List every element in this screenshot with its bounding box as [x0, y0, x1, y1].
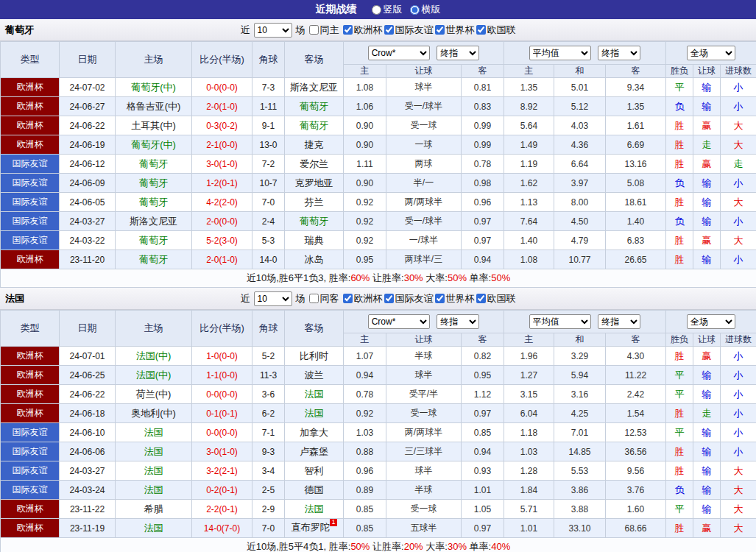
away-team[interactable]: 芬兰	[285, 193, 344, 212]
home-team[interactable]: 葡萄牙	[116, 231, 192, 250]
asian-away-odds: 1.01	[462, 481, 504, 500]
home-team[interactable]: 斯洛文尼亚	[116, 212, 192, 231]
away-team[interactable]: 爱尔兰	[285, 155, 344, 174]
home-team[interactable]: 葡萄牙	[116, 155, 192, 174]
asian-home-odds: 1.07	[344, 347, 386, 366]
radio-vertical-input[interactable]	[372, 5, 381, 15]
competition-type: 国际友谊	[1, 461, 60, 481]
competition-checkbox-input[interactable]	[435, 25, 445, 35]
competition-type: 欧洲杯	[1, 500, 60, 519]
summary-value: 50%	[448, 272, 467, 283]
asian-handicap: 受一/球半	[386, 97, 462, 116]
competition-checkbox[interactable]: 欧国联	[476, 24, 516, 37]
match-count-select[interactable]: 10	[254, 23, 292, 38]
asian-home-odds: 0.89	[344, 481, 386, 500]
competition-checkbox-input[interactable]	[476, 25, 486, 35]
home-team[interactable]: 葡萄牙	[116, 193, 192, 212]
home-team[interactable]: 葡萄牙(中)	[116, 78, 192, 97]
competition-checkbox-input[interactable]	[435, 294, 445, 303]
same-venue-label: 同主	[320, 24, 339, 37]
result-outcome: 负	[666, 97, 693, 116]
away-team[interactable]: 加拿大	[285, 423, 344, 442]
result-goals: 小	[721, 97, 756, 116]
home-team[interactable]: 法国	[116, 481, 192, 500]
sub-header-asian-away: 客	[462, 333, 504, 347]
competition-checkbox-input[interactable]	[384, 294, 394, 303]
euro-draw-odds: 14.85	[554, 442, 606, 461]
home-team[interactable]: 法国(中)	[116, 366, 192, 385]
competition-type: 国际友谊	[1, 481, 60, 500]
asian-home-odds: 0.90	[344, 174, 386, 193]
match-date: 24-07-01	[60, 347, 116, 366]
away-team[interactable]: 法国	[285, 500, 344, 519]
same-venue-input[interactable]	[309, 25, 319, 35]
radio-horizontal-layout[interactable]: 横版	[410, 3, 441, 16]
away-team[interactable]: 瑞典	[285, 231, 344, 250]
match-score: 2-2(0-1)	[192, 500, 252, 519]
competition-checkbox[interactable]: 欧洲杯	[343, 292, 383, 305]
competition-checkbox-input[interactable]	[343, 25, 353, 35]
asian-odds-time-select[interactable]: 终指	[437, 314, 479, 329]
fulltime-select[interactable]: 全场	[687, 46, 735, 60]
away-team[interactable]: 冰岛	[285, 250, 344, 269]
away-team[interactable]: 法国	[285, 404, 344, 423]
fulltime-select[interactable]: 全场	[687, 314, 735, 329]
away-team[interactable]: 葡萄牙	[285, 97, 344, 116]
home-team[interactable]: 荷兰(中)	[116, 385, 192, 404]
competition-checkbox-input[interactable]	[476, 294, 486, 303]
average-odds-select[interactable]: 平均值	[529, 314, 591, 329]
home-team[interactable]: 葡萄牙	[116, 174, 192, 193]
asian-odds-time-select[interactable]: 终指	[437, 46, 479, 60]
away-team[interactable]: 智利	[285, 461, 344, 481]
same-venue-checkbox[interactable]: 同主	[309, 24, 339, 37]
competition-checkbox-input[interactable]	[343, 294, 353, 303]
away-team[interactable]: 捷克	[285, 135, 344, 155]
euro-odds-time-select[interactable]: 终指	[598, 46, 640, 60]
away-team[interactable]: 葡萄牙	[285, 212, 344, 231]
away-team[interactable]: 斯洛文尼亚	[285, 78, 344, 97]
away-team[interactable]: 卢森堡	[285, 442, 344, 461]
competition-checkbox[interactable]: 欧洲杯	[343, 24, 383, 37]
home-team[interactable]: 法国	[116, 423, 192, 442]
home-team[interactable]: 土耳其(中)	[116, 116, 192, 135]
home-team[interactable]: 法国	[116, 461, 192, 481]
home-team[interactable]: 奥地利(中)	[116, 404, 192, 423]
match-row: 欧洲杯 23-11-22 希腊 2-2(0-1) 2-9 法国 0.85 受一球…	[1, 500, 756, 519]
away-team[interactable]: 直布罗陀1	[285, 519, 344, 538]
home-team[interactable]: 葡萄牙(中)	[116, 135, 192, 155]
away-team[interactable]: 葡萄牙	[285, 116, 344, 135]
away-team[interactable]: 比利时	[285, 347, 344, 366]
competition-checkbox-input[interactable]	[384, 25, 394, 35]
result-handicap: 输	[693, 500, 721, 519]
radio-vertical-layout[interactable]: 竖版	[372, 3, 403, 16]
home-team[interactable]: 法国	[116, 442, 192, 461]
euro-draw-odds: 3.29	[554, 347, 606, 366]
bookmaker-select[interactable]: Crow*	[368, 46, 430, 60]
away-team[interactable]: 法国	[285, 385, 344, 404]
same-venue-checkbox[interactable]: 同客	[309, 292, 339, 305]
euro-odds-time-select[interactable]: 终指	[598, 314, 640, 329]
away-team[interactable]: 波兰	[285, 366, 344, 385]
home-team[interactable]: 希腊	[116, 500, 192, 519]
same-venue-input[interactable]	[309, 294, 319, 303]
competition-checkbox[interactable]: 世界杯	[435, 24, 475, 37]
sub-header-handicap: 让球	[386, 65, 462, 78]
sub-header-handicap-result: 让球	[693, 333, 721, 347]
euro-draw-odds: 33.10	[554, 519, 606, 538]
radio-horizontal-input[interactable]	[410, 5, 420, 15]
result-handicap: 输	[693, 481, 721, 500]
competition-checkbox[interactable]: 世界杯	[435, 292, 475, 305]
home-team[interactable]: 葡萄牙	[116, 250, 192, 269]
asian-away-odds: 0.97	[462, 231, 504, 250]
home-team[interactable]: 格鲁吉亚(中)	[116, 97, 192, 116]
bookmaker-select[interactable]: Crow*	[368, 314, 430, 329]
away-team[interactable]: 德国	[285, 481, 344, 500]
competition-checkbox[interactable]: 国际友谊	[384, 24, 434, 37]
match-count-select[interactable]: 10	[254, 291, 292, 306]
home-team[interactable]: 法国(中)	[116, 347, 192, 366]
home-team[interactable]: 法国	[116, 519, 192, 538]
away-team[interactable]: 克罗地亚	[285, 174, 344, 193]
average-odds-select[interactable]: 平均值	[529, 46, 591, 60]
competition-checkbox[interactable]: 国际友谊	[384, 292, 434, 305]
competition-checkbox[interactable]: 欧国联	[476, 292, 516, 305]
